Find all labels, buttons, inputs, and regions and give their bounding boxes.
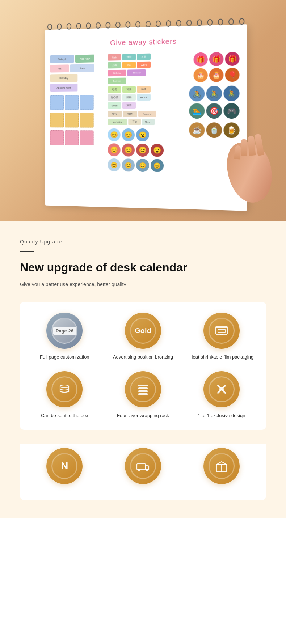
feature-full-page: Page 26 Full page customization [27,313,102,360]
sent-to-box-label: Can be sent to the box [41,412,88,419]
feature-exclusive-design: 1 to 1 exclusive design [184,371,259,419]
full-page-icon-inner: Page 26 [51,318,77,344]
content-section: Quality Upgrade New upgrade of desk cale… [0,221,286,444]
four-layer-icon-inner [130,376,156,402]
four-layer-label: Four-layer wrapping rack [117,412,169,419]
four-layer-icon-wrap [125,371,161,407]
sent-to-box-icon-inner [51,376,77,402]
svg-rect-2 [218,329,225,333]
full-page-icon-wrap: Page 26 [46,313,83,349]
svg-rect-9 [138,390,148,392]
feature-sent-to-box: Can be sent to the box [27,371,102,419]
gold-text: Gold [135,327,151,335]
spiral-binding [45,18,247,31]
stack-icon [135,381,151,397]
truck-icon [135,458,151,474]
feature-gold-advertising: Gold Advertising position bronzing [106,313,181,360]
page-badge: Page 26 [53,327,76,335]
calendar-mockup: Give away stickers Salary# Add New Put B… [45,24,247,211]
heat-shrinkable-icon-inner [209,318,235,344]
box-icon-inner [209,453,235,479]
feature-heat-shrinkable: Heat shrinkable film packaging [184,313,259,360]
layers-icon [56,381,72,397]
exclusive-design-icon-wrap [203,371,240,407]
screen-icon [214,323,230,339]
svg-rect-14 [137,464,146,470]
new-badge: N [61,460,68,472]
hero-section: Give away stickers Salary# Add New Put B… [0,0,286,221]
sent-to-box-icon-wrap [46,371,83,407]
tools-icon [214,381,230,397]
gold-advertising-label: Advertising position bronzing [113,354,173,360]
features-card: Page 26 Full page customization Gold Adv… [20,302,266,430]
divider-line [20,251,34,252]
feature-box [184,448,259,489]
quality-label: Quality Upgrade [20,239,266,245]
svg-rect-8 [138,387,148,389]
new-icon-wrap: N [46,448,83,484]
feature-delivery [106,448,181,489]
more-features-grid: N [27,448,259,489]
svg-rect-7 [138,385,148,386]
gold-advertising-icon-inner: Gold [130,318,156,344]
features-grid-row1: Page 26 Full page customization Gold Adv… [27,313,259,419]
gold-advertising-icon-wrap: Gold [125,313,161,349]
heat-shrinkable-label: Heat shrinkable film packaging [189,354,253,360]
full-page-label: Full page customization [40,354,89,360]
svg-point-15 [138,469,140,471]
svg-point-16 [146,469,148,471]
delivery-icon-wrap [125,448,161,484]
svg-rect-10 [138,393,148,395]
new-icon-inner: N [51,453,77,479]
features-card-bottom: N [20,444,266,500]
box-icon-wrap [203,448,240,484]
subtitle: Give you a better use experience, better… [20,281,266,287]
feature-new: N [27,448,102,489]
exclusive-design-label: 1 to 1 exclusive design [198,412,245,419]
exclusive-design-icon-inner [209,376,235,402]
give-away-text: Give away stickers [110,37,177,47]
box-icon [214,458,230,474]
delivery-icon-inner [130,453,156,479]
bottom-section: N [0,444,286,518]
svg-point-4 [60,385,69,388]
heat-shrinkable-icon-wrap [203,313,240,349]
main-title: New upgrade of desk calendar [20,260,266,275]
feature-four-layer: Four-layer wrapping rack [106,371,181,419]
